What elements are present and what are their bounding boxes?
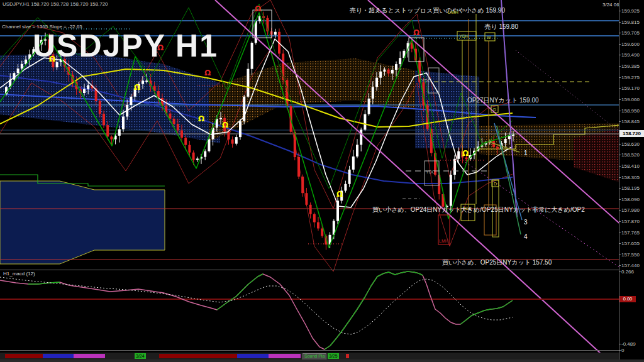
candle-body <box>184 138 187 145</box>
candle-body <box>247 69 249 97</box>
candle-body <box>130 97 132 105</box>
candle-body <box>453 159 456 175</box>
omega-marker: Ω <box>198 114 204 123</box>
candle-body <box>106 125 109 136</box>
candle-body <box>504 139 507 143</box>
price-tick: 159.060 <box>621 97 640 102</box>
timeline-segment <box>43 354 74 358</box>
candle-body <box>372 87 374 98</box>
indicator-tick: 0.266 <box>621 269 634 275</box>
candle-body <box>177 124 179 130</box>
price-tick: 157.655 <box>621 241 640 246</box>
annotation-text: 売り・超えるとストップロス買いのやや小さめ 159.90 <box>350 7 506 14</box>
candle-body <box>142 80 144 84</box>
candle-body <box>348 170 351 184</box>
indicator-tick: -0.489 <box>621 341 636 347</box>
omega-marker: Ω <box>462 149 469 158</box>
candle-body <box>110 136 113 139</box>
candle-body <box>383 70 386 72</box>
candle-body <box>103 114 105 125</box>
candle-body <box>255 21 257 43</box>
candle-body <box>239 121 242 137</box>
candle-body <box>344 184 347 191</box>
indicator-zero-badge: 0.00 <box>619 296 636 302</box>
panel-separator-top[interactable] <box>0 270 644 270</box>
candle-body <box>231 140 234 144</box>
price-tick: 158.305 <box>621 175 640 180</box>
time-axis[interactable]: 3/243/25Sound Pla <box>0 353 619 359</box>
candle-body <box>192 153 195 160</box>
price-tick: 158.195 <box>621 185 640 191</box>
annotation-box-label: YDC <box>426 170 435 174</box>
annotation-text: 4 <box>524 233 528 240</box>
candle-body <box>196 158 199 160</box>
omega-marker: Ω <box>204 69 211 77</box>
candle-body <box>274 32 277 35</box>
candle-body <box>83 89 86 93</box>
candle-body <box>17 69 19 73</box>
price-tick: 158.845 <box>621 119 640 124</box>
candle-body <box>118 129 121 136</box>
window-bottom-strip <box>0 359 644 362</box>
price-tick: 159.705 <box>621 30 640 36</box>
macd-rising-segment <box>460 300 513 324</box>
candle-body <box>379 72 382 78</box>
price-tick: 157.980 <box>621 207 640 213</box>
annotation-box-label: W <box>487 35 491 40</box>
macd-rising-segment <box>325 272 423 349</box>
candle-body <box>122 117 125 129</box>
price-tick: 158.950 <box>621 108 640 114</box>
candle-body <box>356 145 358 156</box>
annotation-text: DWH <box>448 10 458 14</box>
candle-body <box>360 129 362 145</box>
trading-app-window: YDHWYDOYDCLMHDDYD4ΩΩΩΩΩΩΩΩΩΩ売り・超えるとストップロ… <box>0 0 644 362</box>
chart-watermark: USDJPY H1 <box>33 28 218 64</box>
candle-body <box>368 99 370 114</box>
macd-main-line <box>0 272 513 349</box>
omega-marker: Ω <box>222 121 228 129</box>
current-price-badge: 158.720 <box>619 130 644 137</box>
macd-signal-line <box>0 277 513 334</box>
price-tick: 159.170 <box>621 85 640 91</box>
price-axis[interactable]: 158.720 0.00 159.925159.815159.705159.60… <box>619 0 644 362</box>
macd-rising-segment <box>217 274 263 310</box>
candle-body <box>21 64 23 69</box>
candle-body <box>375 78 378 87</box>
annotation-box-label: YDH <box>459 34 469 38</box>
candle-body <box>301 177 304 193</box>
candle-body <box>352 156 355 170</box>
candle-body <box>145 80 148 82</box>
trend-line <box>215 0 610 362</box>
ichimoku-cloud <box>0 53 220 143</box>
price-tick: 157.440 <box>621 263 640 268</box>
price-tick: 158.630 <box>621 141 640 147</box>
annotation-box-label: D <box>494 182 497 186</box>
candle-body <box>251 43 253 69</box>
annotation-box-label: YDO <box>421 79 431 83</box>
candle-body <box>313 214 316 222</box>
candle-body <box>387 70 390 74</box>
annotation-text: 買い小さめ、OP25日NYカット 157.50 <box>442 259 552 266</box>
candle-body <box>321 229 323 236</box>
panel-separator-bottom <box>0 350 644 351</box>
annotation-box-label: D <box>493 107 496 112</box>
candle-body <box>496 147 499 149</box>
price-tick: 157.550 <box>621 252 640 258</box>
ichimoku-cloud <box>0 181 165 264</box>
timeline-date-label[interactable]: 3/25 <box>328 353 339 359</box>
candle-body <box>99 101 101 114</box>
omega-marker: Ω <box>413 28 419 37</box>
price-tick: 157.870 <box>621 219 640 224</box>
timeline-segment <box>5 354 43 358</box>
timeline-segment <box>269 354 301 358</box>
annotation-box-label: LMH <box>439 239 448 243</box>
indicator-tick: 0 <box>621 348 624 353</box>
candle-body <box>219 118 222 119</box>
candle-body <box>188 145 191 153</box>
timeline-date-label[interactable]: 3/24 <box>135 353 146 359</box>
candle-body <box>227 131 230 140</box>
annotation-text: 売り 159.80 <box>484 23 518 30</box>
timeline-segment <box>346 354 349 358</box>
trend-line <box>501 0 517 217</box>
candle-body <box>395 64 397 70</box>
